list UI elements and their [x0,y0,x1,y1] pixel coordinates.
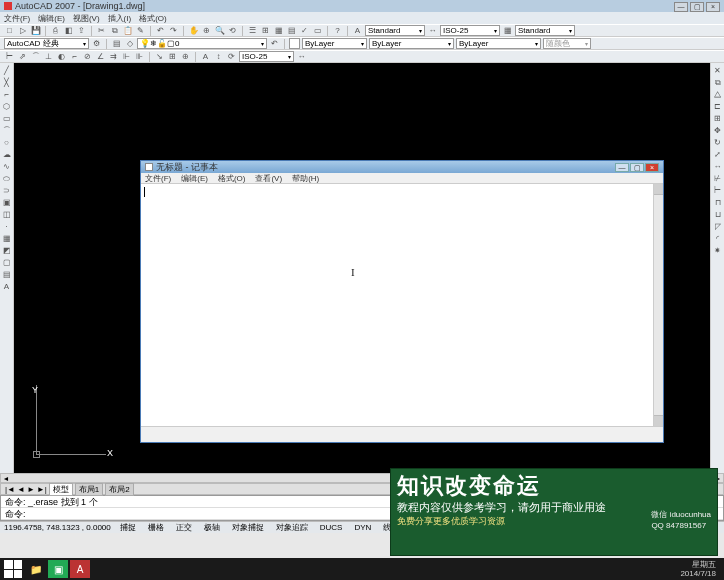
extend-icon[interactable]: ⊢ [712,185,723,196]
dim-angular-icon[interactable]: ∠ [95,51,106,62]
tab-model[interactable]: 模型 [49,483,73,496]
tab-next-icon[interactable]: ► [27,485,35,494]
mirror-icon[interactable]: ⧋ [712,89,723,100]
join-icon[interactable]: ⊔ [712,209,723,220]
offset-icon[interactable]: ⊏ [712,101,723,112]
print-icon[interactable]: ⎙ [50,25,61,36]
rectangle-icon[interactable]: ▭ [1,113,12,124]
tab-layout2[interactable]: 布局2 [105,483,133,496]
tablestyle-icon[interactable]: ▦ [502,25,513,36]
properties-icon[interactable]: ☰ [247,25,258,36]
workspace-settings-icon[interactable]: ⚙ [91,38,102,49]
dimstyle-icon[interactable]: ↔ [427,25,438,36]
dim-tedit-icon[interactable]: ↕ [213,51,224,62]
toggle-snap[interactable]: 捕捉 [117,521,139,534]
table-icon[interactable]: ▤ [1,269,12,280]
line-icon[interactable]: ╱ [1,65,12,76]
open-icon[interactable]: ▷ [17,25,28,36]
dim-center-icon[interactable]: ⊕ [180,51,191,62]
dim-aligned-icon[interactable]: ⇗ [17,51,28,62]
textstyle-icon[interactable]: A [352,25,363,36]
menu-view[interactable]: 视图(V) [73,13,100,24]
undo-icon[interactable]: ↶ [155,25,166,36]
menu-file[interactable]: 文件(F) [4,13,30,24]
point-icon[interactable]: · [1,221,12,232]
toggle-osnap[interactable]: 对象捕捉 [229,521,267,534]
tab-last-icon[interactable]: ►| [37,485,47,494]
maximize-button[interactable]: ▢ [690,2,704,12]
new-icon[interactable]: □ [4,25,15,36]
ellipse-arc-icon[interactable]: ⊃ [1,185,12,196]
layer-props-icon[interactable]: ▤ [111,38,122,49]
notepad-maximize-button[interactable]: ▢ [630,163,644,172]
zoom-prev-icon[interactable]: ⟲ [227,25,238,36]
move-icon[interactable]: ✥ [712,125,723,136]
xline-icon[interactable]: ╳ [1,77,12,88]
mtext-icon[interactable]: A [1,281,12,292]
dim-continue-icon[interactable]: ⊪ [134,51,145,62]
notepad-menu-format[interactable]: 格式(O) [218,173,246,183]
dim-quick-icon[interactable]: ⇉ [108,51,119,62]
start-button[interactable] [4,560,22,578]
hatch-icon[interactable]: ▦ [1,233,12,244]
rotate-icon[interactable]: ↻ [712,137,723,148]
toggle-ducs[interactable]: DUCS [317,522,346,533]
revcloud-icon[interactable]: ☁ [1,149,12,160]
plotstyle-dropdown[interactable]: 随颜色 [543,38,591,49]
trim-icon[interactable]: ⊬ [712,173,723,184]
notepad-menu-edit[interactable]: 编辑(E) [181,173,208,183]
layer-dropdown[interactable]: 💡❄🔓▢ 0 [137,38,267,49]
notepad-title-bar[interactable]: 无标题 - 记事本 — ▢ × [141,161,663,173]
tab-first-icon[interactable]: |◄ [5,485,15,494]
stretch-icon[interactable]: ↔ [712,161,723,172]
dimstyle2-dropdown[interactable]: ISO-25 [239,51,294,62]
region-icon[interactable]: ▢ [1,257,12,268]
pan-icon[interactable]: ✋ [188,25,199,36]
toggle-grid[interactable]: 栅格 [145,521,167,534]
erase-icon[interactable]: ✕ [712,65,723,76]
fillet-icon[interactable]: ◜ [712,233,723,244]
textstyle-dropdown[interactable]: Standard [365,25,425,36]
scroll-left-icon[interactable]: ◄ [1,475,11,482]
explode-icon[interactable]: ✷ [712,245,723,256]
preview-icon[interactable]: ◧ [63,25,74,36]
color-swatch[interactable] [289,38,300,49]
pline-icon[interactable]: ⌐ [1,89,12,100]
layer-filter-icon[interactable]: ◇ [124,38,135,49]
tab-layout1[interactable]: 布局1 [75,483,103,496]
dim-ordinate-icon[interactable]: ⊥ [43,51,54,62]
menu-format[interactable]: 格式(O) [139,13,167,24]
notepad-close-button[interactable]: × [645,163,659,172]
sheet-set-icon[interactable]: ▤ [286,25,297,36]
color-dropdown[interactable]: ByLayer [302,38,367,49]
paste-icon[interactable]: 📋 [122,25,133,36]
notepad-scrollbar[interactable] [653,184,663,426]
redo-icon[interactable]: ↷ [168,25,179,36]
arc-icon[interactable]: ⌒ [1,125,12,136]
match-icon[interactable]: ✎ [135,25,146,36]
copy-obj-icon[interactable]: ⧉ [712,77,723,88]
design-center-icon[interactable]: ⊞ [260,25,271,36]
taskbar-clock[interactable]: 星期五 2014/7/18 [680,560,720,578]
minimize-button[interactable]: — [674,2,688,12]
save-icon[interactable]: 💾 [30,25,41,36]
markup-icon[interactable]: ✓ [299,25,310,36]
break-icon[interactable]: ⊓ [712,197,723,208]
dim-diameter-icon[interactable]: ⊘ [82,51,93,62]
gradient-icon[interactable]: ◩ [1,245,12,256]
taskbar-explorer-icon[interactable]: 📁 [26,560,46,578]
menu-insert[interactable]: 插入(I) [108,13,132,24]
block-make-icon[interactable]: ◫ [1,209,12,220]
taskbar-app-icon[interactable]: ▣ [48,560,68,578]
toggle-otrack[interactable]: 对象追踪 [273,521,311,534]
notepad-menu-help[interactable]: 帮助(H) [292,173,319,183]
ellipse-icon[interactable]: ⬭ [1,173,12,184]
dim-radius-icon[interactable]: ◐ [56,51,67,62]
chamfer-icon[interactable]: ◸ [712,221,723,232]
tablestyle-dropdown[interactable]: Standard [515,25,575,36]
tool-palettes-icon[interactable]: ▦ [273,25,284,36]
block-insert-icon[interactable]: ▣ [1,197,12,208]
help-icon[interactable]: ? [332,25,343,36]
notepad-menu-file[interactable]: 文件(F) [145,173,171,183]
cut-icon[interactable]: ✂ [96,25,107,36]
